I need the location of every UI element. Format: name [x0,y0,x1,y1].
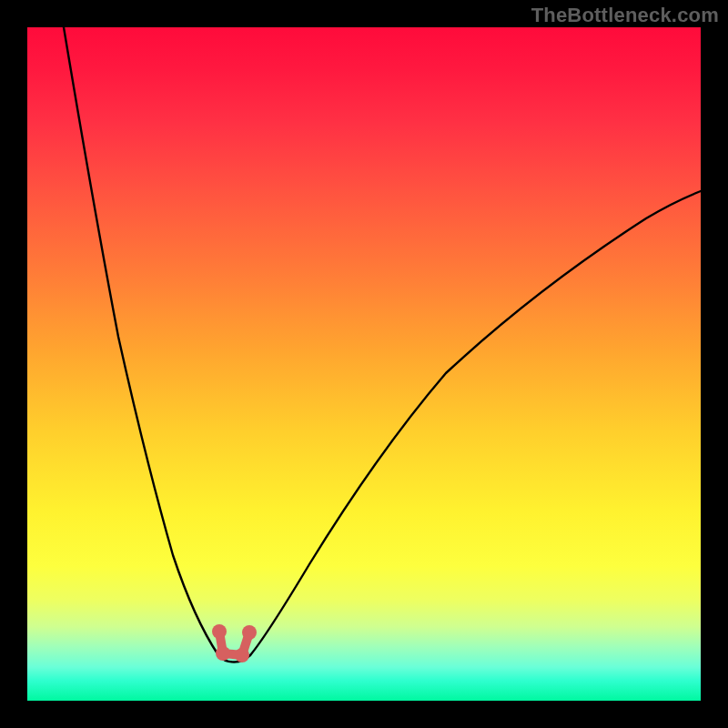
marker-dot [216,646,230,661]
curve-left-branch [64,27,218,655]
watermark-text: TheBottleneck.com [531,4,719,27]
chart-frame [27,27,701,701]
marker-dot [235,648,249,662]
marker-dot [212,624,227,639]
marker-dot [242,625,257,640]
curve-right-branch [250,191,701,655]
curve-svg [27,27,701,701]
